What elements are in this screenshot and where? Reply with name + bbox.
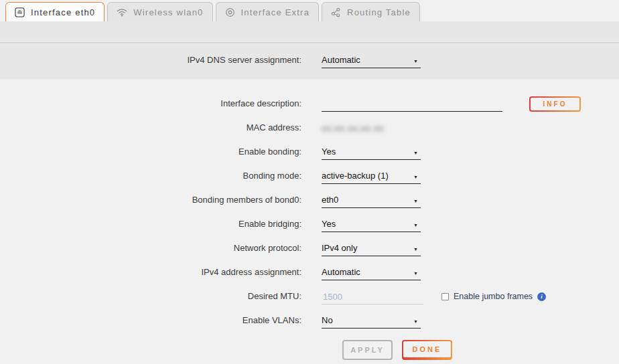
network-protocol-select[interactable]: IPv4 only ▼ <box>322 243 421 256</box>
done-button-label: DONE <box>403 341 451 357</box>
enable-bonding-select[interactable]: Yes ▼ <box>322 147 421 160</box>
select-value: Automatic <box>322 55 360 65</box>
interface-form: Interface description: INFO MAC address:… <box>0 79 619 360</box>
bonding-members-select[interactable]: eth0 ▼ <box>322 195 421 208</box>
bonding-mode-select[interactable]: active-backup (1) ▼ <box>322 171 421 184</box>
desired-mtu-input[interactable] <box>322 290 423 304</box>
chevron-down-icon: ▼ <box>413 271 418 277</box>
wifi-icon <box>117 8 127 17</box>
network-protocol-row: Network protocol: IPv4 only ▼ <box>0 232 619 256</box>
action-buttons: APPLY DONE <box>342 340 619 360</box>
jumbo-frames-group: Enable jumbo frames i <box>441 292 546 304</box>
enable-bridging-row: Enable bridging: Yes ▼ <box>0 208 619 232</box>
select-value: active-backup (1) <box>322 171 389 181</box>
interface-description-row: Interface description: INFO <box>0 88 619 112</box>
select-value: Automatic <box>322 267 360 277</box>
tab-bar: Interface eth0 Wireless wlan0 Interface … <box>0 0 619 21</box>
mac-address-value: xx:xx:xx:xx:xx <box>322 123 384 136</box>
field-label: Bonding mode: <box>0 171 322 184</box>
tab-routing-table[interactable]: Routing Table <box>322 2 420 21</box>
select-value: Yes <box>322 219 336 229</box>
field-label: Interface description: <box>0 98 322 112</box>
field-label: IPv4 address assignment: <box>0 267 322 280</box>
select-value: IPv4 only <box>322 243 357 253</box>
field-label: Enable bonding: <box>0 147 322 160</box>
panel-top-section <box>0 21 619 42</box>
tab-wireless-wlan0[interactable]: Wireless wlan0 <box>107 2 212 21</box>
chevron-down-icon: ▼ <box>413 223 418 229</box>
field-label: MAC address: <box>0 122 322 136</box>
dns-section: IPv4 DNS server assignment: Automatic ▼ <box>0 44 619 79</box>
apply-button-label: APPLY <box>350 346 385 354</box>
enable-vlans-select[interactable]: No ▼ <box>322 315 421 329</box>
mac-address-row: MAC address: xx:xx:xx:xx:xx <box>0 112 619 136</box>
apply-button[interactable]: APPLY <box>342 340 393 360</box>
nodes-icon <box>331 7 341 17</box>
enable-bridging-select[interactable]: Yes ▼ <box>322 219 421 232</box>
chevron-down-icon: ▼ <box>413 151 418 157</box>
select-value: Yes <box>322 147 336 157</box>
ethernet-icon <box>15 7 25 17</box>
bonding-members-row: Bonding members of bond0: eth0 ▼ <box>0 184 619 208</box>
interface-description-input[interactable] <box>322 97 502 112</box>
select-value: eth0 <box>322 195 338 205</box>
chevron-down-icon: ▼ <box>413 319 418 325</box>
desired-mtu-row: Desired MTU: Enable jumbo frames i <box>0 280 619 304</box>
target-icon <box>225 7 235 17</box>
ipv4-assignment-select[interactable]: Automatic ▼ <box>322 267 421 280</box>
field-label: Network protocol: <box>0 243 322 256</box>
info-button[interactable]: INFO <box>529 96 581 112</box>
bonding-mode-row: Bonding mode: active-backup (1) ▼ <box>0 160 619 184</box>
chevron-down-icon: ▼ <box>413 247 418 253</box>
tab-label: Wireless wlan0 <box>133 7 203 17</box>
done-button[interactable]: DONE <box>402 340 452 360</box>
dns-assignment-select[interactable]: Automatic ▼ <box>322 55 421 68</box>
enable-vlans-row: Enable VLANs: No ▼ <box>0 304 619 329</box>
dns-row: IPv4 DNS server assignment: Automatic ▼ <box>0 55 421 68</box>
tab-label: Interface eth0 <box>31 7 95 17</box>
field-label: Enable VLANs: <box>0 315 322 329</box>
tab-interface-extra[interactable]: Interface Extra <box>216 2 320 21</box>
info-circle-icon[interactable]: i <box>537 292 546 301</box>
jumbo-frames-checkbox[interactable] <box>441 293 449 300</box>
chevron-down-icon: ▼ <box>413 175 418 181</box>
jumbo-frames-label: Enable jumbo frames <box>454 292 533 301</box>
info-button-label: INFO <box>531 98 579 110</box>
field-label: Bonding members of bond0: <box>0 195 322 208</box>
tab-label: Interface Extra <box>241 7 310 17</box>
ipv4-assignment-row: IPv4 address assignment: Automatic ▼ <box>0 256 619 280</box>
chevron-down-icon: ▼ <box>413 199 418 205</box>
tab-interface-eth0[interactable]: Interface eth0 <box>5 2 105 21</box>
chevron-down-icon: ▼ <box>413 59 418 65</box>
select-value: No <box>322 315 333 325</box>
field-label: Enable bridging: <box>0 219 322 232</box>
field-label: Desired MTU: <box>0 291 322 304</box>
tab-label: Routing Table <box>347 7 411 17</box>
dns-label: IPv4 DNS server assignment: <box>0 55 322 68</box>
enable-bonding-row: Enable bonding: Yes ▼ <box>0 136 619 160</box>
